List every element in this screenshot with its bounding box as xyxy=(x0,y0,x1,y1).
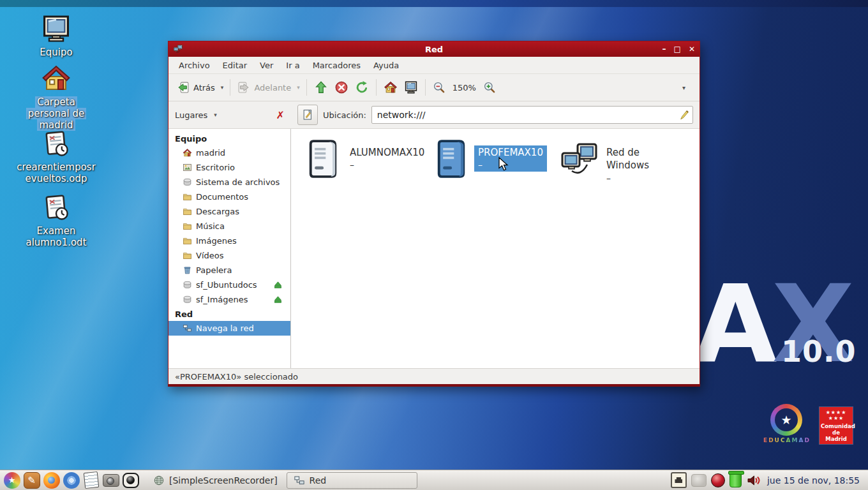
zoom-out-button[interactable] xyxy=(430,78,449,96)
close-sidebar-button[interactable]: ✗ xyxy=(276,109,285,121)
back-arrow-icon xyxy=(177,81,190,94)
desktop-icon-odt-file[interactable]: Examen alumno1.odt xyxy=(14,191,98,248)
desktop-icon-equipo[interactable]: Equipo xyxy=(14,13,98,58)
location-bar: Ubicación: xyxy=(291,101,700,128)
sidebar-mode-selector: Lugares ▾ ✗ xyxy=(168,101,291,128)
eject-icon[interactable] xyxy=(273,295,283,304)
zoom-in-button[interactable] xyxy=(480,78,499,96)
file-view[interactable]: ALUMNOMAX10 – PROFEMAX10 – Red de Window… xyxy=(291,129,700,368)
comunidad-de-madrid-logo: ★★★★ ★★★ Comunidad de Madrid xyxy=(819,407,853,444)
reload-button[interactable] xyxy=(352,78,372,97)
sidebar-item-sistema-de-archivos[interactable]: Sistema de archivos xyxy=(168,175,290,189)
places-sidebar: Equipo madrid Escritorio Sistema de arch… xyxy=(168,129,291,368)
stop-icon xyxy=(334,80,348,94)
text-editor-launcher[interactable]: ✎ xyxy=(23,471,40,489)
screenshot-launcher[interactable] xyxy=(102,471,119,489)
network-icon xyxy=(294,475,305,486)
network-host-alumnomax10[interactable]: ALUMNOMAX10 – xyxy=(304,138,432,184)
sidebar-item-musica[interactable]: Música xyxy=(168,219,290,234)
zoom-level: 150% xyxy=(449,83,480,93)
menu-ayuda[interactable]: Ayuda xyxy=(367,58,405,73)
sidebar-item-documentos[interactable]: Documentos xyxy=(168,189,290,204)
host-name: Red de Windows xyxy=(606,146,685,172)
toggle-location-entry-button[interactable] xyxy=(297,105,318,125)
sidebar-item-madrid[interactable]: madrid xyxy=(168,145,290,160)
toolbar-separator xyxy=(230,79,230,96)
chromium-launcher[interactable] xyxy=(63,471,80,489)
menu-marcadores[interactable]: Marcadores xyxy=(306,58,367,73)
educamadrid-star-icon: ★ xyxy=(775,408,798,431)
task-simplescreenrecorder[interactable]: [SimpleScreenRecorder] xyxy=(147,472,284,489)
notes-launcher[interactable] xyxy=(82,471,100,489)
menu-ver[interactable]: Ver xyxy=(253,58,280,73)
sidebar-item-sf-imagenes[interactable]: sf_Imágenes xyxy=(168,292,290,307)
brush-icon xyxy=(678,109,690,121)
toolbar-separator xyxy=(306,79,307,96)
max-menu-icon: ★ xyxy=(4,472,20,489)
volume-icon[interactable] xyxy=(746,473,761,488)
sidebar-item-sf-ubuntudocs[interactable]: sf_Ubuntudocs xyxy=(168,278,290,292)
network-manager-tray-icon[interactable] xyxy=(671,472,687,488)
close-button[interactable]: ✕ xyxy=(689,45,695,53)
menu-editar[interactable]: Editar xyxy=(216,58,254,73)
window-titlebar[interactable]: Red – □ ✕ xyxy=(168,41,700,57)
sidebar-header-equipo: Equipo xyxy=(168,131,290,145)
refresh-icon xyxy=(355,80,369,94)
clock[interactable]: jue 15 de nov, 18:55 xyxy=(766,475,865,486)
places-dropdown-arrow[interactable]: ▾ xyxy=(211,112,220,118)
network-host-profemax10[interactable]: PROFEMAX10 – xyxy=(432,138,560,184)
printer-tray-icon[interactable] xyxy=(691,474,707,487)
minimize-button[interactable]: – xyxy=(662,45,666,53)
back-button[interactable]: Atrás xyxy=(174,78,218,96)
server-selected-icon xyxy=(432,138,470,180)
stop-button[interactable] xyxy=(331,78,352,97)
desktop-icon-odp-file[interactable]: crearentiemposrevueltos.odp xyxy=(14,128,98,184)
maximize-button[interactable]: □ xyxy=(674,45,681,53)
sidebar-item-imagenes[interactable]: Imágenes xyxy=(168,234,290,248)
desktop-icon-label: crearentiemposrevueltos.odp xyxy=(14,161,98,184)
taskbar: ★ ✎ [SimpleScreenRecorder] Red jue 15 de… xyxy=(0,470,868,490)
toolbar-separator xyxy=(425,79,426,96)
pathbar-dropdown-arrow[interactable]: ▾ xyxy=(680,84,688,91)
places-selector[interactable]: Lugares xyxy=(175,110,207,120)
network-icon xyxy=(183,323,192,333)
forward-dropdown-arrow[interactable]: ▾ xyxy=(294,84,303,91)
home-icon xyxy=(384,80,398,94)
sidebar-item-papelera[interactable]: Papelera xyxy=(168,263,290,278)
trash-tray-icon[interactable] xyxy=(730,473,742,487)
toolbar-separator xyxy=(376,79,377,96)
educamadrid-logo: ★ EDUCAMADRID xyxy=(763,404,809,443)
recorder-tray-icon[interactable] xyxy=(711,473,725,487)
home-button[interactable] xyxy=(380,78,401,97)
workgroup-icon xyxy=(560,142,599,179)
document-icon xyxy=(14,191,98,223)
sidebar-item-descargas[interactable]: Descargas xyxy=(168,204,290,219)
desktop-icon xyxy=(183,163,192,172)
screenrecorder-launcher[interactable] xyxy=(122,471,139,489)
sidebar-item-navega-la-red[interactable]: Navega la red xyxy=(168,321,290,336)
eject-icon[interactable] xyxy=(273,280,283,290)
desktop-icon-carpeta-personal[interactable]: Carpeta personal de madrid xyxy=(14,63,98,131)
back-dropdown-arrow[interactable]: ▾ xyxy=(218,84,227,91)
firefox-launcher[interactable] xyxy=(43,471,60,489)
task-red-window[interactable]: Red xyxy=(287,472,417,489)
status-text: «PROFEMAX10» seleccionado xyxy=(175,372,298,382)
menu-archivo[interactable]: Archivo xyxy=(172,58,216,73)
desktop-top-strip xyxy=(0,0,868,7)
up-button[interactable] xyxy=(311,78,331,97)
computer-button[interactable] xyxy=(401,78,421,97)
host-meta: – xyxy=(606,172,685,184)
location-input[interactable] xyxy=(371,106,693,124)
sidebar-item-escritorio[interactable]: Escritorio xyxy=(168,160,290,175)
mouse-cursor xyxy=(498,157,509,172)
max-menu-button[interactable]: ★ xyxy=(3,471,20,489)
sidebar-item-videos[interactable]: Vídeos xyxy=(168,248,290,263)
forward-button[interactable]: Adelante xyxy=(234,78,294,96)
server-icon xyxy=(304,138,342,180)
editor-icon: ✎ xyxy=(24,472,40,489)
firefox-icon xyxy=(43,472,60,489)
menu-ir-a[interactable]: Ir a xyxy=(280,58,306,73)
folder-icon xyxy=(183,207,192,216)
network-item-red-de-windows[interactable]: Red de Windows – xyxy=(560,138,689,184)
home-folder-icon xyxy=(14,63,98,94)
